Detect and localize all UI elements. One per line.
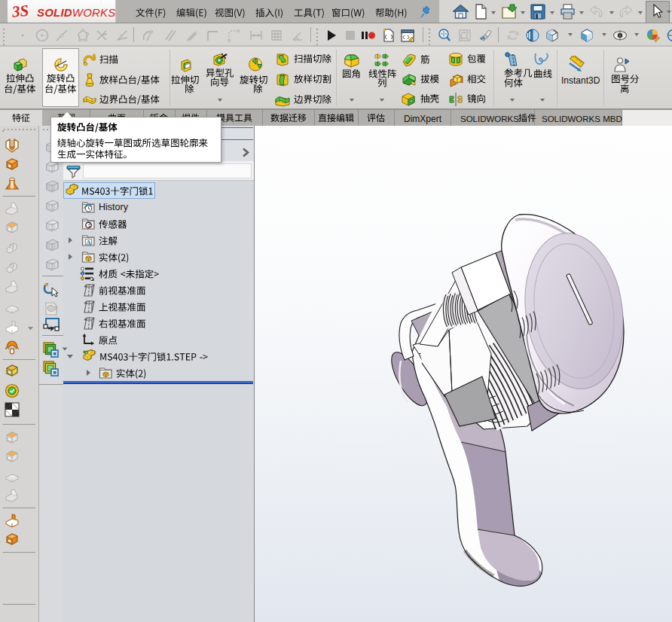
svg-text:A: A — [86, 239, 91, 246]
